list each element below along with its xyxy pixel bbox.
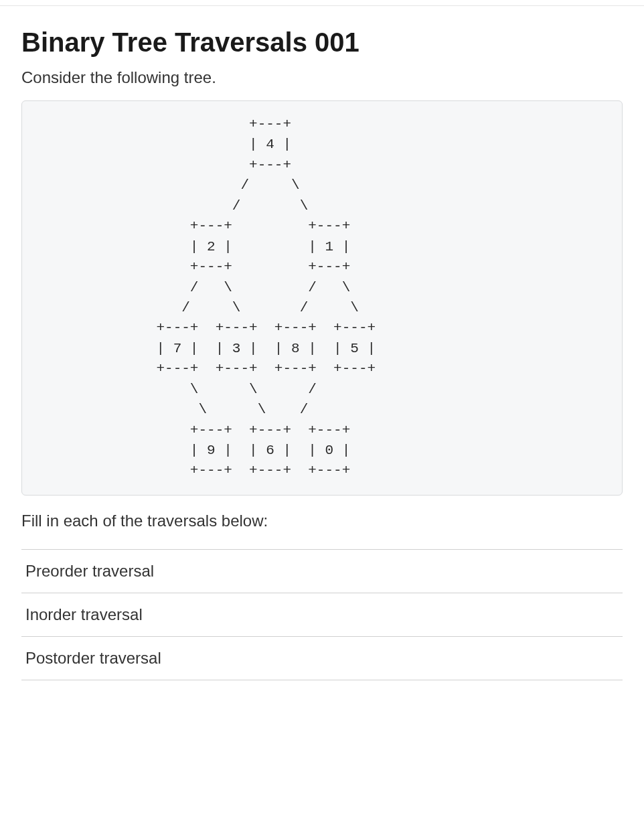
postorder-label: Postorder traversal [25,649,161,667]
inorder-row[interactable]: Inorder traversal [21,593,623,637]
page-container: Binary Tree Traversals 001 Consider the … [0,5,644,702]
preorder-row[interactable]: Preorder traversal [21,550,623,593]
tree-diagram: +---+ | 4 | +---+ / \ / \ +---+ +---+ | … [21,100,623,496]
postorder-row[interactable]: Postorder traversal [21,637,623,680]
fill-prompt: Fill in each of the traversals below: [21,512,623,530]
intro-text: Consider the following tree. [21,68,623,87]
page-title: Binary Tree Traversals 001 [21,27,623,58]
traversal-list: Preorder traversal Inorder traversal Pos… [21,549,623,680]
preorder-label: Preorder traversal [25,562,154,580]
inorder-label: Inorder traversal [25,605,143,623]
